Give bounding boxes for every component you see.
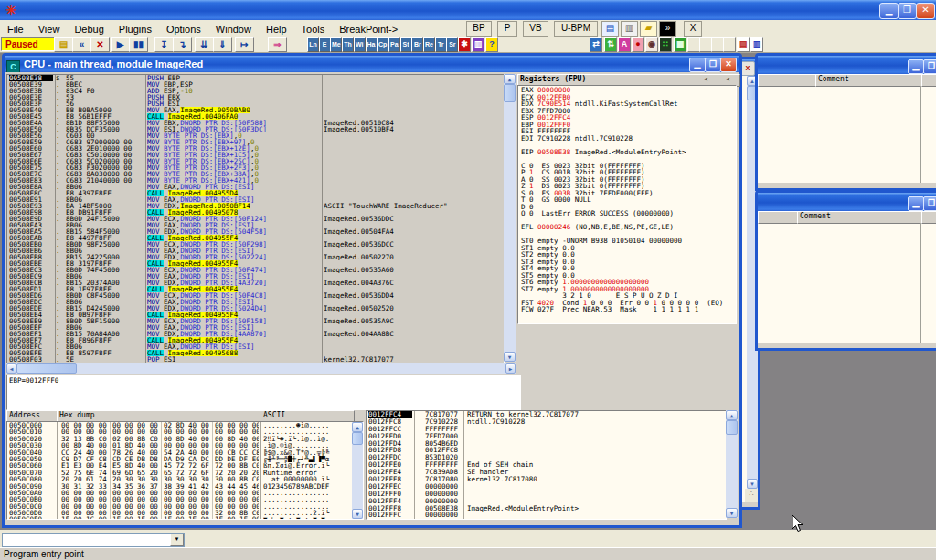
register-line[interactable]: FCW 027F Prec NEAR,53 Mask 1 1 1 1 1 1 — [521, 306, 736, 313]
disasm-row[interactable]: 00508ECB.8B15 20374A00MOV EDX,DWORD PTR … — [7, 280, 504, 286]
command-input[interactable]: ▼ — [2, 533, 185, 547]
disasm-row[interactable]: 00508E91.8B06MOV EAX,DWORD PTR DS:[ESI] — [7, 196, 504, 203]
scroll-up-icon[interactable]: ▲ — [504, 74, 516, 84]
minimize-button[interactable]: ▁ — [879, 3, 899, 19]
comment-window-bottom-title[interactable]: ▁ ❐ ✕ — [758, 193, 936, 211]
background-close-button[interactable]: x — [740, 61, 755, 76]
register-line[interactable]: EIP 00508E38 ImageRed.<ModuleEntryPoint> — [521, 149, 736, 156]
scroll-down-icon[interactable]: ▼ — [747, 479, 758, 489]
disasm-row[interactable]: 00508EFC.8B06MOV EAX,DWORD PTR DS:[ESI] — [7, 343, 504, 350]
disasm-row[interactable]: 00508EE4.E8 0B97F8FFCALL ImageRed.004955… — [7, 312, 504, 318]
comment-window-top-title[interactable]: ▁ ❐ ✕ — [758, 56, 936, 74]
register-line[interactable]: EDI 7C910228 ntdll.7C910228 — [521, 135, 736, 143]
cpu-window-title[interactable]: CCPU - main thread, module ImageRed ▁ ❐ … — [5, 56, 739, 72]
register-line[interactable]: T 0 GS 0000 NULL — [521, 196, 736, 204]
disasm-row[interactable]: 00508EFE.E8 8597F8FFCALL ImageRed.004956… — [7, 350, 504, 356]
stack-row[interactable]: 0012FFD80012FFC8 — [367, 447, 726, 454]
maximize-button[interactable]: ❐ — [898, 3, 917, 19]
dump-row[interactable]: 0050C0E01F 00 1C 001F 00 1E 001F 00 1E 0… — [7, 516, 363, 520]
disasm-row[interactable]: 00508E3E.53PUSH EBX — [7, 94, 504, 100]
dump-pane[interactable]: Address Hex dump ASCII 0050C00000 00 00 … — [6, 410, 364, 520]
disasm-row[interactable]: 00508EC9.8B06MOV EAX,DWORD PTR DS:[ESI] — [7, 273, 504, 280]
restore-button[interactable]: ❐ — [923, 196, 936, 211]
disasm-row[interactable]: 00508E3F.56PUSH ESI — [7, 100, 504, 107]
restart-icon[interactable]: « — [72, 37, 91, 52]
disasm-row[interactable]: 00508E60.C683 2E010000 00MOV BYTE PTR DS… — [7, 145, 504, 152]
column-header-empty[interactable] — [758, 211, 800, 224]
scroll-right-icon[interactable]: ▶ — [505, 363, 516, 374]
dump-content[interactable]: 0050C00000 00 00 0000 00 00 0002 8D 40 0… — [6, 421, 364, 520]
close-program-icon[interactable]: ✕ — [90, 37, 110, 52]
highlight-a-icon[interactable]: A — [618, 37, 631, 52]
dump-vscroll[interactable]: ▲ ▼ — [352, 422, 363, 519]
dump-row[interactable]: 0050C01000 00 00 0000 00 00 0000 00 00 0… — [7, 428, 363, 435]
plugin-button-bp[interactable]: BP — [466, 21, 492, 37]
disasm-row[interactable]: 00508E8C.E8 4397F8FFCALL ImageRed.004955… — [7, 190, 504, 196]
disasm-row[interactable]: 00508E75.C683 F3020000 00MOV BYTE PTR DS… — [7, 164, 504, 171]
open-file-icon[interactable]: ▤ — [54, 37, 73, 52]
disasm-row[interactable]: 00508E59.C683 97000000 00MOV BYTE PTR DS… — [7, 139, 504, 145]
disasm-row[interactable]: 00508E67.C683 C5010000 00MOV BYTE PTR DS… — [7, 152, 504, 158]
step-into-icon[interactable]: ↧ — [154, 37, 174, 52]
panel-button-sr[interactable]: Sr — [446, 37, 458, 52]
disasm-row[interactable]: 00508EDC.8B06MOV EAX,DWORD PTR DS:[ESI] — [7, 299, 504, 305]
options-gear-icon[interactable]: ✱ — [458, 37, 471, 52]
dump-row[interactable]: 0050C09030 31 32 3334 35 36 3738 39 41 4… — [7, 483, 363, 490]
disasm-row[interactable]: 00508E8A.8B06MOV EAX,DWORD PTR DS:[ESI] — [7, 184, 504, 190]
dump-row[interactable]: 0050C0C000 00 00 0000 00 00 0000 00 00 0… — [7, 503, 363, 510]
empty-slot[interactable] — [699, 37, 712, 52]
disasm-row[interactable]: 00508EDE.8B15 D4245000MOV EDX,DWORD PTR … — [7, 305, 504, 312]
dump-row[interactable]: 0050C08020 20 61 7420 30 30 3030 30 30 3… — [7, 476, 363, 482]
disassembly-vscroll[interactable]: ▲ ▼ — [504, 74, 516, 362]
panel-button-br[interactable]: Br — [411, 37, 423, 52]
scroll-up-icon[interactable]: ▲ — [726, 410, 738, 420]
stack-row[interactable]: 0012FFE0FFFFFFFFEnd of SEH chain — [367, 461, 726, 469]
disasm-row[interactable]: 00508F03.5EPOP ESIkernel32.7C817077 — [7, 356, 504, 363]
console-icon[interactable]: » — [659, 21, 676, 37]
dump-row[interactable]: 0050C050C9 D7 CF C8CD CE DB D8DA D9 CA D… — [7, 456, 363, 462]
stack-row[interactable]: 0012FFFC00000000 — [367, 512, 726, 519]
help-icon[interactable]: ? — [485, 37, 498, 52]
minimize-button[interactable]: ▁ — [908, 196, 924, 211]
stack-pane[interactable]: 0012FFC47C817077RETURN to kernel32.7C817… — [366, 410, 727, 520]
scroll-left-icon[interactable]: ◀ — [6, 363, 16, 374]
disasm-row[interactable]: 00508E3B.83C4 F0ADD ESP,-10 — [7, 88, 504, 94]
plugin-button-vb[interactable]: VB — [523, 21, 548, 37]
restore-button[interactable]: ❐ — [923, 59, 936, 74]
scroll-up-icon[interactable]: ▲ — [352, 422, 363, 432]
disasm-row[interactable]: 00508EBE.E8 3197F8FFCALL ImageRed.004955… — [7, 260, 504, 267]
disasm-row[interactable]: 00508EB0.8B0D 98F25000MOV ECX,DWORD PTR … — [7, 241, 504, 248]
stack-row[interactable]: 0012FFE87C817080kernel32.7C817080 — [367, 476, 726, 483]
stack-row[interactable]: 0012FFC87C910228ntdll.7C910228 — [367, 418, 726, 426]
plugin-close-button[interactable]: X — [684, 21, 702, 37]
info-pane[interactable]: EBP=0012FFF0 — [6, 375, 521, 410]
step-over-icon[interactable]: ↴ — [173, 37, 192, 52]
stack-row[interactable]: 0012FFD07FFD7000 — [367, 433, 726, 440]
disasm-row[interactable]: 00508EB8.8B15 24225000MOV EDX,DWORD PTR … — [7, 254, 504, 260]
stack-row[interactable]: 0012FFD48054B6ED — [367, 440, 726, 448]
panel-button-e[interactable]: E — [319, 37, 331, 52]
comment-window-bottom[interactable]: ▁ ❐ ✕ Comment ▲ ▼ — [755, 190, 936, 351]
minimize-button[interactable]: ▁ — [689, 58, 706, 72]
empty-slot[interactable] — [687, 37, 700, 52]
column-header-comment[interactable]: Comment — [815, 74, 924, 87]
scroll-down-icon[interactable]: ▼ — [352, 509, 363, 519]
dump-row[interactable]: 0050C0D000 00 00 0000 00 00 0000 00 00 0… — [7, 510, 363, 516]
disasm-row[interactable]: 00508EF7.E8 F896F8FFCALL ImageRed.004955… — [7, 337, 504, 343]
trace-over-icon[interactable]: ⇓ — [213, 37, 232, 52]
run-icon[interactable]: ▶ — [111, 37, 130, 52]
trace-into-icon[interactable]: ⇊ — [195, 37, 214, 52]
list-report-icon[interactable]: ▤ — [737, 37, 750, 52]
dump-row[interactable]: 0050C0A000 00 00 0000 00 00 0000 00 00 0… — [7, 490, 363, 496]
disasm-row[interactable]: 00508EE9.8B0D 58F15000MOV ECX,DWORD PTR … — [7, 318, 504, 324]
go-to-icon[interactable]: ⇒ — [268, 37, 287, 52]
disasm-row[interactable]: 00508EEF.8B06MOV EAX,DWORD PTR DS:[ESI] — [7, 324, 504, 331]
dump-row[interactable]: 0050C00000 00 00 0000 00 00 0002 8D 40 0… — [7, 422, 363, 428]
doc-blue-icon[interactable]: ▤ — [601, 21, 619, 37]
disasm-row[interactable]: 00508EAB.E8 4497F8FFCALL ImageRed.004955… — [7, 235, 504, 241]
dump-row[interactable]: 0050C0B000 00 00 0000 00 00 0000 00 00 0… — [7, 496, 363, 502]
registers-prev-button[interactable]: < — [696, 76, 716, 84]
panel-button-me[interactable]: Me — [330, 37, 342, 52]
disasm-row[interactable]: 00508ED1.E8 1E97F8FFCALL ImageRed.004955… — [7, 286, 504, 292]
close-button[interactable]: ✕ — [720, 58, 737, 72]
